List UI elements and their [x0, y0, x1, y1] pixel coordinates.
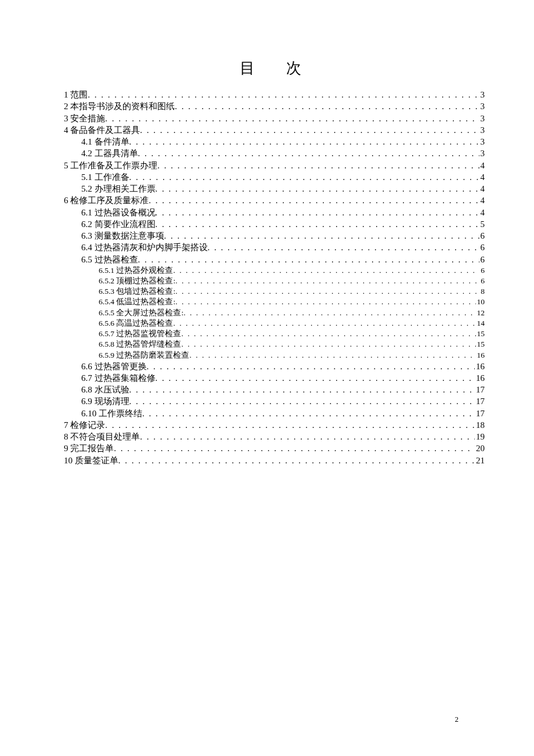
toc-entry: 8 不符合项目处理单19	[64, 431, 485, 442]
toc-leader-dots	[175, 286, 479, 297]
toc-entry-page: 3	[479, 89, 485, 100]
toc-entry-page: 14	[476, 318, 485, 329]
toc-leader-dots	[114, 442, 475, 454]
toc-entry-label: 4.1 备件清单	[81, 136, 129, 147]
toc-entry-label: 6.5 过热器检查	[81, 254, 138, 265]
toc-entry: 5 工作准备及工作票办理4	[64, 160, 485, 171]
toc-entry: 6.5.6 高温过热器检查 14	[64, 318, 485, 329]
toc-entry: 6.5 过热器检查6	[64, 254, 485, 265]
toc-entry: 6.10 工作票终结17	[64, 408, 485, 419]
toc-entry-page: 4	[479, 183, 485, 195]
toc-entry-page: 8	[479, 286, 485, 297]
document-page: 目 次 1 范围32 本指导书涉及的资料和图纸33 安全措施34 备品备件及工器…	[0, 0, 534, 501]
toc-leader-dots	[142, 408, 475, 419]
toc-entry-page: 3	[479, 100, 485, 112]
toc-leader-dots	[181, 339, 475, 350]
toc-entry: 4.1 备件清单3	[64, 136, 485, 147]
toc-leader-dots	[140, 431, 475, 442]
toc-entry: 6.5.8 过热器管焊缝检查 15	[64, 339, 485, 350]
toc-entry-label: 6.8 水压试验	[81, 384, 129, 395]
toc-entry: 6.5.2 顶棚过热器检查: 6	[64, 276, 485, 286]
toc-entry-page: 17	[475, 384, 485, 395]
toc-leader-dots	[105, 419, 475, 431]
toc-entry-label: 6.10 工作票终结	[81, 408, 142, 419]
toc-entry-page: 3	[479, 147, 485, 159]
toc-entry: 6.2 简要作业流程图5	[64, 218, 485, 230]
toc-entry: 6.1 过热器设备概况4	[64, 207, 485, 218]
toc-leader-dots	[88, 89, 479, 100]
toc-entry-page: 3	[479, 136, 485, 147]
toc-entry: 5.1 工作准备4	[64, 171, 485, 183]
toc-leader-dots	[157, 160, 479, 171]
toc-leader-dots	[156, 218, 479, 230]
toc-leader-dots	[181, 329, 475, 339]
toc-entry-page: 3	[479, 113, 485, 124]
toc-entry: 6.7 过热器集箱检修16	[64, 372, 485, 384]
toc-leader-dots	[164, 230, 479, 242]
toc-entry: 7 检修记录18	[64, 419, 485, 431]
toc-entry: 6.6 过热器管更换16	[64, 361, 485, 372]
toc-entry-page: 21	[475, 455, 485, 466]
toc-entry-label: 6.4 过热器清灰和炉内脚手架搭设	[81, 242, 208, 253]
toc-leader-dots	[175, 276, 479, 286]
toc-entry: 4 备品备件及工器具3	[64, 124, 485, 136]
toc-entry-label: 6.5.8 过热器管焊缝检查	[99, 339, 181, 350]
toc-leader-dots	[156, 183, 479, 195]
toc-entry: 6.5.4 低温过热器检查: 10	[64, 297, 485, 307]
toc-leader-dots	[156, 207, 479, 218]
toc-entry-label: 6.7 过热器集箱检修	[81, 372, 156, 384]
toc-entry-label: 5 工作准备及工作票办理	[64, 160, 157, 171]
toc-entry-label: 6.5.7 过热器监视管检查	[99, 329, 181, 339]
toc-entry: 6.9 现场清理17	[64, 395, 485, 407]
toc-entry-label: 1 范围	[64, 89, 88, 100]
toc-leader-dots	[183, 308, 475, 318]
toc-entry: 6 检修工序及质量标准4	[64, 195, 485, 206]
toc-entry: 6.5.3 包墙过热器检查: 8	[64, 286, 485, 297]
toc-leader-dots	[118, 455, 475, 466]
toc-entry: 6.3 测量数据注意事项6	[64, 230, 485, 242]
toc-entry: 9 完工报告单20	[64, 442, 485, 454]
toc-entry-page: 17	[475, 408, 485, 419]
toc-entry-page: 20	[475, 442, 485, 454]
toc-entry-label: 6.6 过热器管更换	[81, 361, 147, 372]
toc-entry-page: 16	[475, 361, 485, 372]
toc-title: 目 次	[64, 58, 485, 78]
toc-entry-label: 6.5.1 过热器外观检查	[99, 265, 173, 276]
toc-entry-label: 5.2 办理相关工作票	[81, 183, 156, 195]
toc-entry-label: 2 本指导书涉及的资料和图纸	[64, 100, 175, 112]
toc-leader-dots	[129, 136, 479, 147]
toc-entry-label: 6.1 过热器设备概况	[81, 207, 156, 218]
toc-entry-page: 6	[479, 265, 485, 276]
toc-entry: 6.5.7 过热器监视管检查 15	[64, 329, 485, 339]
toc-entry-label: 4.2 工器具清单	[81, 147, 138, 159]
toc-entry: 2 本指导书涉及的资料和图纸3	[64, 100, 485, 112]
toc-entry-page: 15	[476, 329, 485, 339]
toc-leader-dots	[173, 265, 479, 276]
toc-entry-label: 6.5.4 低温过热器检查:	[99, 297, 175, 307]
toc-leader-dots	[129, 171, 479, 183]
toc-entry-label: 6.3 测量数据注意事项	[81, 230, 164, 242]
toc-entry-label: 6.5.5 全大屏过热器检查:	[99, 308, 183, 318]
toc-entry-label: 6.9 现场清理	[81, 395, 129, 407]
toc-entry-page: 5	[479, 218, 485, 230]
toc-entry: 10 质量签证单21	[64, 455, 485, 466]
toc-entry: 6.5.5 全大屏过热器检查: 12	[64, 308, 485, 318]
toc-entry-page: 18	[475, 419, 485, 431]
toc-entry-page: 17	[475, 395, 485, 407]
toc-entry-label: 8 不符合项目处理单	[64, 431, 140, 442]
toc-leader-dots	[156, 372, 475, 384]
toc-entry-label: 10 质量签证单	[64, 455, 118, 466]
toc-entry-page: 15	[476, 339, 485, 350]
toc-leader-dots	[149, 195, 479, 206]
toc-leader-dots	[147, 361, 475, 372]
toc-entry-label: 4 备品备件及工器具	[64, 124, 140, 136]
toc-leader-dots	[175, 100, 479, 112]
toc-leader-dots	[129, 384, 475, 395]
toc-entry-label: 7 检修记录	[64, 419, 105, 431]
toc-entry-label: 6 检修工序及质量标准	[64, 195, 149, 206]
table-of-contents: 1 范围32 本指导书涉及的资料和图纸33 安全措施34 备品备件及工器具34.…	[64, 89, 485, 466]
toc-entry-page: 6	[479, 254, 485, 265]
toc-entry: 6.5.1 过热器外观检查 6	[64, 265, 485, 276]
toc-entry-label: 6.5.6 高温过热器检查	[99, 318, 173, 329]
toc-leader-dots	[189, 350, 475, 361]
